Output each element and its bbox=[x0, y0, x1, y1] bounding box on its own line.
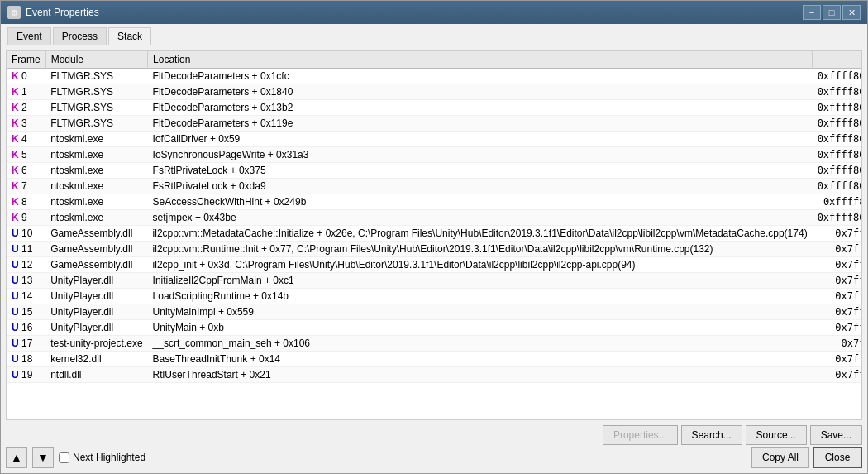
cell-module: kernel32.dll bbox=[45, 352, 147, 367]
save-button[interactable]: Save... bbox=[810, 425, 862, 445]
frame-number: 16 bbox=[21, 322, 32, 333]
table-row: U 19ntdll.dllRtlUserThreadStart + 0x210x… bbox=[7, 367, 862, 383]
cell-frame: U 17 bbox=[7, 336, 45, 352]
frame-number: 1 bbox=[21, 86, 27, 98]
cell-frame: U 19 bbox=[7, 367, 45, 383]
cell-frame: U 15 bbox=[7, 304, 45, 320]
minimize-button[interactable]: − bbox=[803, 5, 821, 20]
cell-module: FLTMGR.SYS bbox=[45, 69, 147, 84]
navigate-down-button[interactable]: ▼ bbox=[32, 447, 54, 468]
cell-module: FLTMGR.SYS bbox=[45, 84, 147, 100]
cell-location: il2cpp::vm::Runtime::Init + 0x77, C:\Pro… bbox=[148, 242, 813, 257]
cell-module: UnityPlayer.dll bbox=[45, 289, 147, 304]
navigate-up-button[interactable]: ▲ bbox=[6, 447, 27, 468]
frame-type: U bbox=[12, 322, 21, 333]
frame-number: 13 bbox=[21, 275, 32, 286]
frame-type: K bbox=[12, 102, 21, 113]
close-button[interactable]: Close bbox=[813, 447, 862, 468]
cell-module: ntoskml.exe bbox=[45, 194, 147, 210]
cell-module: ntoskml.exe bbox=[45, 210, 147, 226]
table-row: U 15UnityPlayer.dllUnityMainImpl + 0x559… bbox=[7, 304, 862, 320]
cell-location: FltDecodeParameters + 0x119e bbox=[148, 116, 813, 132]
cell-module: UnityPlayer.dll bbox=[45, 273, 147, 289]
copy-all-button[interactable]: Copy All bbox=[751, 447, 809, 468]
frame-type: K bbox=[12, 212, 21, 223]
search-button[interactable]: Search... bbox=[681, 425, 742, 445]
col-module: Module bbox=[45, 51, 147, 69]
frame-number: 19 bbox=[21, 369, 32, 381]
source-button[interactable]: Source... bbox=[746, 425, 807, 445]
cell-address: 0xffff8030b6e3f2e bbox=[813, 116, 862, 132]
window-close-button[interactable]: ✕ bbox=[842, 5, 861, 20]
table-row: K 6ntoskml.exeFsRtlPrivateLock + 0x3750x… bbox=[7, 163, 862, 179]
cell-location: InitializeIl2CppFromMain + 0xc1 bbox=[148, 273, 813, 289]
frame-type: U bbox=[12, 227, 21, 239]
frame-type: K bbox=[12, 180, 21, 192]
table-row: K 2FLTMGR.SYSFltDecodeParameters + 0x13b… bbox=[7, 100, 862, 116]
next-highlighted-checkbox[interactable] bbox=[59, 452, 69, 463]
next-highlighted-label[interactable]: Next Highlighted bbox=[59, 452, 145, 463]
main-content: Frame Module Location Address K 0FLTMGR.… bbox=[1, 45, 867, 473]
frame-number: 0 bbox=[21, 70, 27, 82]
table-body: K 0FLTMGR.SYSFltDecodeParameters + 0x1cf… bbox=[7, 69, 862, 383]
cell-frame: K 8 bbox=[7, 194, 45, 210]
cell-address: 0xffff8030b6e4a8c bbox=[813, 69, 862, 84]
cell-location: il2cpp::vm::MetadataCache::Initialize + … bbox=[148, 226, 813, 242]
frame-type: K bbox=[12, 86, 21, 98]
title-bar-controls: − □ ✕ bbox=[803, 5, 861, 20]
cell-frame: K 1 bbox=[7, 84, 45, 100]
table-row: U 18kernel32.dllBaseThreadInitThunk + 0x… bbox=[7, 352, 862, 367]
cell-location: setjmpex + 0x43be bbox=[148, 210, 813, 226]
cell-address: 0x7ff93e6ea30b bbox=[813, 289, 862, 304]
table-row: U 13UnityPlayer.dllInitializeIl2CppFromM… bbox=[7, 273, 862, 289]
cell-location: SeAccessCheckWithHint + 0x249b bbox=[148, 194, 813, 210]
tab-stack[interactable]: Stack bbox=[108, 27, 151, 45]
table-row: K 7ntoskml.exeFsRtlPrivateLock + 0xda90x… bbox=[7, 179, 862, 194]
col-frame: Frame bbox=[7, 51, 45, 69]
event-properties-window: ⚙ Event Properties − □ ✕ Event Process S… bbox=[0, 0, 868, 474]
cell-module: test-unity-project.exe bbox=[45, 336, 147, 352]
action-buttons: Properties... Search... Source... Save..… bbox=[6, 424, 862, 447]
properties-button[interactable]: Properties... bbox=[603, 425, 678, 445]
frame-number: 17 bbox=[21, 338, 32, 349]
cell-frame: U 18 bbox=[7, 352, 45, 367]
next-highlighted-text: Next Highlighted bbox=[73, 452, 145, 463]
cell-location: UnityMainImpl + 0x559 bbox=[148, 304, 813, 320]
frame-type: U bbox=[12, 275, 21, 286]
frame-type: U bbox=[12, 369, 21, 381]
frame-type: U bbox=[12, 353, 21, 365]
title-bar-left: ⚙ Event Properties bbox=[7, 6, 99, 19]
cell-frame: U 12 bbox=[7, 257, 45, 273]
footer-bar: ▲ ▼ Next Highlighted Copy All Close bbox=[6, 447, 862, 468]
frame-number: 3 bbox=[21, 117, 27, 129]
cell-address: 0x7ff93e6f266b bbox=[813, 320, 862, 336]
frame-number: 7 bbox=[21, 180, 27, 192]
cell-location: FltDecodeParameters + 0x13b2 bbox=[148, 100, 813, 116]
cell-location: IoSynchronousPageWrite + 0x31a3 bbox=[148, 147, 813, 163]
cell-address: 0xffff8030b6e4142 bbox=[813, 100, 862, 116]
cell-module: ntoskml.exe bbox=[45, 147, 147, 163]
cell-location: FsRtlPrivateLock + 0x375 bbox=[148, 163, 813, 179]
frame-number: 4 bbox=[21, 133, 27, 145]
frame-number: 14 bbox=[21, 290, 32, 302]
footer-left: ▲ ▼ Next Highlighted bbox=[6, 447, 145, 468]
cell-address: 0x7ff93f131cc1 bbox=[813, 273, 862, 289]
cell-address: 0x7ff93c00b59e bbox=[813, 226, 862, 242]
cell-location: RtlUserThreadStart + 0x21 bbox=[148, 367, 813, 383]
tab-event[interactable]: Event bbox=[7, 27, 51, 45]
cell-address: 0xffff8030a207589 bbox=[813, 179, 862, 194]
cell-address: 0xffff8030a237159 bbox=[813, 132, 862, 147]
stack-table: Frame Module Location Address K 0FLTMGR.… bbox=[7, 51, 862, 383]
stack-table-container[interactable]: Frame Module Location Address K 0FLTMGR.… bbox=[6, 50, 862, 420]
tab-process[interactable]: Process bbox=[53, 27, 107, 45]
cell-address: 0xffff8030a206b55 bbox=[813, 163, 862, 179]
maximize-button[interactable]: □ bbox=[823, 5, 841, 20]
frame-type: U bbox=[12, 243, 21, 255]
frame-number: 18 bbox=[21, 353, 32, 365]
cell-frame: K 0 bbox=[7, 69, 45, 84]
table-row: U 12GameAssembly.dllil2cpp_init + 0x3d, … bbox=[7, 257, 862, 273]
cell-module: ntoskml.exe bbox=[45, 132, 147, 147]
frame-type: K bbox=[12, 133, 21, 145]
cell-module: FLTMGR.SYS bbox=[45, 100, 147, 116]
tabs-bar: Event Process Stack bbox=[1, 24, 867, 45]
